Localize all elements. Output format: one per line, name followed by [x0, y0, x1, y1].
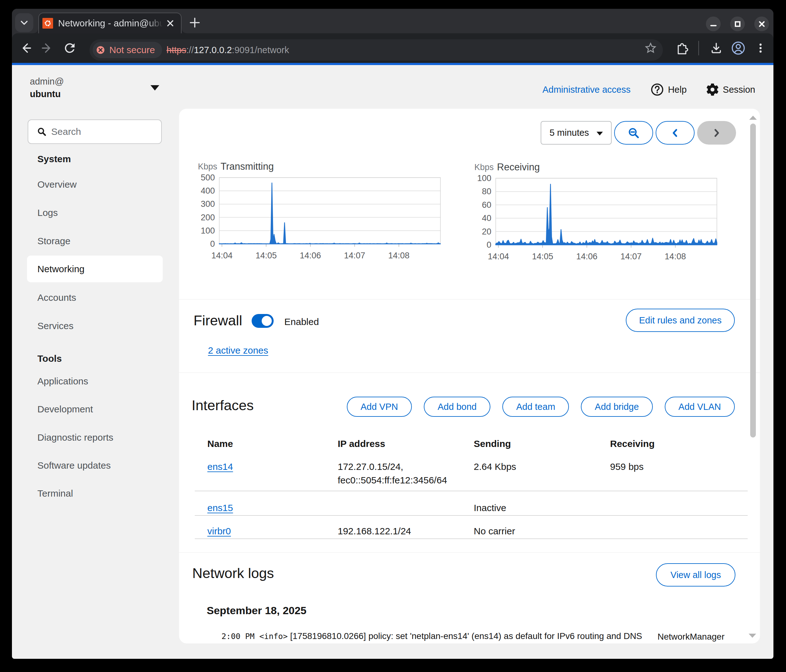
bookmark-button[interactable] [644, 41, 657, 55]
sidebar-item-software-updates[interactable]: Software updates [38, 460, 111, 471]
page-header-actions: Administrative access Help Session [542, 83, 755, 96]
zoom-out-button[interactable] [614, 121, 653, 145]
zoom-out-icon [627, 126, 641, 140]
svg-text:Transmitting: Transmitting [220, 161, 274, 172]
sidebar-item-diagnostic-reports[interactable]: Diagnostic reports [38, 432, 113, 443]
svg-text:14:05: 14:05 [255, 251, 277, 260]
session-label: Session [723, 85, 755, 95]
firewall-title: Firewall [193, 312, 242, 329]
column-header-receiving: Receiving [610, 439, 655, 449]
reload-button[interactable] [63, 41, 77, 55]
svg-text:300: 300 [201, 199, 215, 209]
table-row-divider [195, 491, 748, 491]
sidebar-item-services[interactable]: Services [38, 321, 74, 331]
window-minimize-button[interactable] [706, 17, 721, 31]
graph-previous-button[interactable] [656, 121, 695, 145]
interface-receiving: 959 bps [610, 461, 644, 472]
add-vpn-button[interactable]: Add VPN [347, 397, 412, 417]
sidebar-item-accounts[interactable]: Accounts [38, 292, 76, 303]
interface-sending: No carrier [474, 526, 515, 537]
downloads-button[interactable] [709, 41, 723, 55]
interface-ip: 192.168.122.1/24 [338, 526, 411, 537]
sidebar-item-overview[interactable]: Overview [38, 179, 77, 190]
add-team-button[interactable]: Add team [502, 397, 569, 417]
browser-tab[interactable]: Networking - admin@ubu [38, 13, 182, 33]
svg-text:20: 20 [482, 227, 491, 236]
back-icon [19, 41, 33, 55]
svg-text:40: 40 [482, 213, 491, 223]
help-menu[interactable]: Help [651, 83, 687, 96]
download-icon [709, 41, 723, 55]
sidebar-item-networking[interactable]: Networking [27, 255, 163, 282]
svg-text:14:08: 14:08 [665, 252, 686, 261]
not-secure-label: Not secure [109, 45, 155, 55]
sidebar-item-logs[interactable]: Logs [38, 208, 58, 218]
address-bar[interactable]: Not secure https://127.0.0.2:9091/networ… [90, 39, 663, 61]
window-maximize-button[interactable] [730, 17, 745, 31]
interface-sending: Inactive [474, 503, 506, 513]
new-tab-button[interactable] [186, 14, 204, 31]
tab-search-button[interactable] [15, 13, 33, 32]
minimize-icon [709, 19, 718, 28]
kebab-menu-icon [754, 42, 767, 54]
url-separator: :// [186, 45, 194, 55]
sidebar-item-terminal[interactable]: Terminal [38, 488, 73, 499]
log-message: [1758196810.0266] policy: set 'netplan-e… [288, 631, 642, 641]
transmitting-chart: KbpsTransmitting010020030040050014:0414:… [185, 159, 462, 266]
back-button[interactable] [19, 41, 33, 55]
tab-close-icon[interactable] [166, 19, 174, 27]
svg-text:Kbps: Kbps [474, 162, 494, 172]
svg-text:60: 60 [482, 200, 491, 210]
sidebar-nav: SystemOverviewLogsStorageNetworkingAccou… [12, 65, 179, 659]
sidebar-item-development[interactable]: Development [38, 404, 93, 415]
reload-icon [63, 41, 77, 55]
interface-link-ens14[interactable]: ens14 [208, 461, 233, 472]
graph-next-button[interactable] [697, 121, 736, 145]
network-logs-title: Network logs [192, 565, 274, 581]
main-content-card: 5 minutes [179, 109, 760, 644]
edit-rules-button[interactable]: Edit rules and zones [626, 308, 735, 332]
extensions-button[interactable] [675, 41, 689, 55]
interface-link-virbr0[interactable]: virbr0 [208, 526, 231, 537]
sidebar-item-storage[interactable]: Storage [38, 236, 71, 246]
window-close-button[interactable] [754, 17, 769, 31]
not-secure-badge[interactable]: Not secure [93, 42, 162, 58]
add-vlan-button[interactable]: Add VLAN [665, 397, 735, 417]
administrative-access-link[interactable]: Administrative access [542, 85, 630, 95]
cockpit-page: admin@ ubuntu Administrative access Help… [12, 65, 773, 659]
svg-text:0: 0 [487, 240, 491, 250]
svg-text:14:07: 14:07 [621, 252, 642, 261]
scrollbar-up-arrow[interactable] [749, 116, 757, 120]
svg-text:0: 0 [210, 239, 215, 249]
table-row-divider [195, 515, 748, 516]
scrollbar-thumb[interactable] [750, 124, 756, 438]
scrollbar-down-arrow[interactable] [748, 634, 756, 638]
not-secure-icon [96, 45, 105, 55]
tab-title: Networking - admin@ubu [58, 18, 166, 28]
close-icon [758, 19, 766, 28]
add-bond-button[interactable]: Add bond [424, 397, 490, 417]
active-zones-link[interactable]: 2 active zones [208, 345, 268, 356]
ubuntu-favicon-icon [42, 18, 53, 28]
browser-menu-button[interactable] [754, 42, 767, 54]
profile-button[interactable] [731, 41, 745, 55]
sidebar-item-applications[interactable]: Applications [38, 376, 88, 387]
session-menu[interactable]: Session [706, 83, 755, 96]
profile-avatar-icon [731, 41, 745, 55]
column-header-sending: Sending [474, 439, 511, 449]
svg-text:14:04: 14:04 [488, 252, 509, 261]
interval-select[interactable]: 5 minutes [541, 121, 612, 145]
svg-text:14:08: 14:08 [388, 251, 410, 260]
url-rest: :9091/network [232, 45, 289, 55]
interface-link-ens15[interactable]: ens15 [208, 503, 233, 513]
firewall-toggle[interactable] [252, 314, 274, 328]
forward-button[interactable] [40, 41, 54, 55]
interface-ip: fec0::5054:ff:fe12:3456/64 [338, 475, 447, 486]
desktop-background: Networking - admin@ubu [0, 0, 786, 672]
maximize-icon [733, 19, 742, 28]
tab-flare-left [33, 28, 38, 33]
column-header-name: Name [208, 439, 233, 449]
view-all-logs-button[interactable]: View all logs [656, 563, 736, 587]
firewall-state: Enabled [284, 316, 319, 327]
add-bridge-button[interactable]: Add bridge [581, 397, 652, 417]
